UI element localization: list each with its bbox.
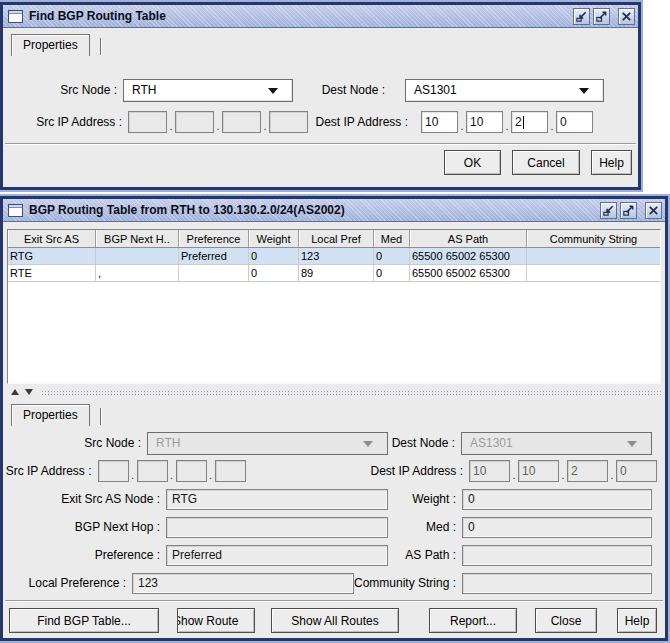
table-row[interactable]: RTG Preferred 0 123 0 65500 65002 65300 [8,248,660,265]
column-header-preference[interactable]: Preference [179,230,249,247]
close-icon[interactable] [618,8,635,25]
local-preference-label: Local Preference : [3,576,132,590]
table-window-titlebar[interactable]: BGP Routing Table from RTH to 130.130.2.… [3,199,665,222]
ok-button[interactable]: OK [444,150,501,175]
cancel-button[interactable]: Cancel [512,150,580,175]
as-path-field [462,545,652,566]
close-button[interactable]: Close [535,608,597,633]
tab-properties[interactable]: Properties [11,34,90,56]
column-header-local-pref[interactable]: Local Pref [299,230,374,247]
dest-ip-octet-3[interactable]: 2 [511,111,548,133]
find-bgp-table-button[interactable]: Find BGP Table... [9,608,159,633]
community-string-field [462,573,652,594]
dest-node-combobox: AS1301 [461,432,652,455]
column-header-med[interactable]: Med [374,230,410,247]
preference-field: Preferred [166,545,388,566]
prop-row-localpref-community: Local Preference : 123 Community String … [3,572,665,594]
src-node-value: RTH [132,83,156,97]
exit-src-as-label: Exit Src AS Node : [3,492,166,506]
show-route-button[interactable]: Show Route [177,608,255,633]
dest-ip-octet-4[interactable]: 0 [556,111,593,133]
divider-texture [41,390,661,395]
dest-ip-octet-1[interactable]: 10 [421,111,458,133]
dest-ip-octet-4: 0 [616,460,657,482]
find-dialog-tabs: Properties [11,32,638,56]
column-header-exit-src-as[interactable]: Exit Src AS [8,230,96,247]
column-header-community-string[interactable]: Community String [527,230,660,247]
src-node-combobox: RTH [147,432,388,455]
column-header-bgp-next-hop[interactable]: BGP Next H.. [96,230,179,247]
find-dialog-title: Find BGP Routing Table [29,9,166,23]
chevron-down-icon [579,88,589,94]
table-row[interactable]: RTE , 0 89 0 65500 65002 65300 [8,265,660,282]
src-ip-octet-2 [137,460,168,482]
med-label: Med : [388,520,462,534]
collapse-up-icon[interactable] [11,389,19,395]
maximize-icon[interactable] [593,8,610,25]
dest-ip-octet-3: 2 [567,460,608,482]
dest-ip-group: 10.10.2.0 [421,111,593,133]
local-preference-field: 123 [132,573,354,594]
help-button[interactable]: Help [591,150,632,175]
prop-row-pref-aspath: Preference : Preferred AS Path : [3,544,665,566]
src-node-label: Src Node : [3,83,123,97]
maximize-icon[interactable] [620,202,637,219]
prop-row-ips: Src IP Address : ... Dest IP Address : 1… [3,460,665,482]
prop-row-nexthop-med: BGP Next Hop : Med : 0 [3,516,665,538]
src-ip-octet-4 [215,460,246,482]
dest-node-value: AS1301 [414,83,457,97]
close-icon[interactable] [645,202,662,219]
window-icon [8,10,23,23]
community-string-label: Community String : [354,576,462,590]
src-ip-label: Src IP Address : [3,464,98,478]
chevron-down-icon [363,441,373,447]
bgp-next-hop-label: BGP Next Hop : [3,520,166,534]
table-window-buttons: Find BGP Table... Show Route Show All Ro… [9,608,659,633]
med-field: 0 [462,517,652,538]
properties-panel: Src Node : RTH Dest Node : AS1301 [3,432,665,594]
ip-row: Src IP Address : ... Dest IP Address : 1… [3,110,638,134]
routing-table: Exit Src AS BGP Next H.. Preference Weig… [7,229,661,384]
src-ip-octet-3 [222,111,261,133]
find-dialog-content: Properties Src Node : RTH Dest Node : AS… [3,32,638,191]
dest-node-label: Dest Node : [293,83,391,97]
desktop: Find BGP Routing Table [0,0,670,643]
bgp-next-hop-field [166,517,388,538]
tab-divider [100,408,102,425]
src-ip-octet-2 [175,111,214,133]
src-ip-octet-3 [176,460,207,482]
window-controls [573,8,635,25]
find-bgp-dialog: Find BGP Routing Table [0,2,641,190]
window-icon [8,204,23,217]
tab-properties[interactable]: Properties [11,404,90,426]
table-header: Exit Src AS BGP Next H.. Preference Weig… [8,230,660,248]
src-ip-octet-4 [269,111,308,133]
help-button[interactable]: Help [617,608,657,633]
collapse-down-icon[interactable] [25,389,33,395]
src-ip-group: ... [128,111,308,133]
chevron-down-icon [268,88,278,94]
minimize-icon[interactable] [573,8,590,25]
column-header-as-path[interactable]: AS Path [410,230,527,247]
column-header-weight[interactable]: Weight [249,230,299,247]
text-caret [523,116,524,129]
dest-ip-octet-2[interactable]: 10 [466,111,503,133]
src-node-combobox[interactable]: RTH [123,79,293,102]
find-dialog-buttons: OK Cancel Help [9,150,632,175]
prop-row-nodes: Src Node : RTH Dest Node : AS1301 [3,432,665,454]
bgp-routing-table-window: BGP Routing Table from RTH to 130.130.2.… [0,196,668,641]
src-ip-octet-1 [98,460,129,482]
dest-node-combobox[interactable]: AS1301 [405,79,604,102]
properties-tabs: Properties [11,402,665,426]
weight-label: Weight : [388,492,462,506]
minimize-icon[interactable] [600,202,617,219]
find-dialog-titlebar[interactable]: Find BGP Routing Table [3,5,638,28]
show-all-routes-button[interactable]: Show All Routes [271,608,399,633]
preference-label: Preference : [3,548,166,562]
separator [5,143,636,145]
weight-field: 0 [462,489,652,510]
separator [5,600,663,602]
dest-ip-octet-2: 10 [518,460,559,482]
report-button[interactable]: Report... [429,608,517,633]
split-pane-divider[interactable] [7,386,661,398]
